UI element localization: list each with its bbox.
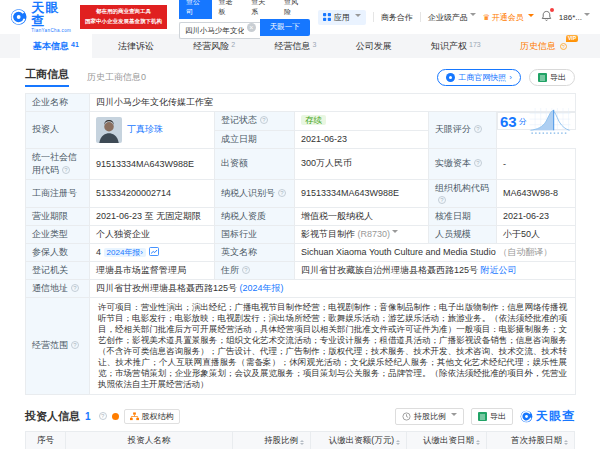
status-label-text: 登记状态	[221, 115, 257, 125]
address-label: 住所?	[215, 261, 295, 279]
table-row: 企业类型 个人独资企业 国标行业 影视节目制作 (R8730) 人员规模 小于5…	[26, 225, 576, 243]
org-chart-icon	[130, 412, 139, 421]
help-icon[interactable]: ?	[278, 189, 286, 197]
help-icon[interactable]: ?	[71, 341, 79, 349]
tab-basic-info[interactable]: 基本信息 41	[20, 34, 92, 58]
sort-icon[interactable]	[476, 440, 480, 445]
org-code-label: 组织机构代码?	[429, 179, 497, 207]
export-label: 导出	[550, 72, 566, 83]
help-icon[interactable]: ?	[474, 159, 482, 167]
col-ratio[interactable]: 持股比例	[233, 431, 311, 449]
notification-dot	[550, 8, 554, 12]
equity-structure-button[interactable]: 股权结构	[124, 409, 180, 424]
score-unit: 分	[519, 116, 527, 127]
sort-icon[interactable]	[300, 440, 304, 445]
account-phone[interactable]: 186*...	[559, 13, 590, 22]
address-label-text: 住所	[221, 265, 239, 275]
tab-company-development[interactable]: 公司发展	[343, 34, 405, 58]
industry-text: 影视节目制作	[301, 229, 355, 239]
credit-code-label-text: 统一社会信用代码	[32, 152, 77, 175]
chevron-down-icon[interactable]	[392, 230, 398, 236]
vip-question-icon: ?	[560, 43, 567, 50]
open-vip-link[interactable]: ♛ 开通会员	[483, 12, 534, 23]
score-label-text: 天眼评分	[435, 124, 471, 134]
watermark-text: 天眼查	[536, 408, 575, 425]
notification-bell-icon[interactable]	[541, 10, 552, 24]
search-tab-company[interactable]: 查公司	[179, 0, 212, 19]
tab-basic-info-label: 基本信息	[33, 40, 69, 53]
hot-icon	[112, 413, 119, 420]
annual-report-tag-label: 2024年报	[107, 248, 141, 257]
tab-count: 2	[231, 41, 235, 48]
help-icon[interactable]: ?	[99, 412, 107, 420]
help-icon[interactable]: ?	[71, 284, 79, 292]
annual-report-link[interactable]: (2024年报)	[240, 283, 284, 293]
tab-operation-risk-label: 经营风险	[193, 40, 229, 53]
sort-icon[interactable]	[564, 440, 568, 445]
tianyancha-logo[interactable]: 天眼查 TianYanCha.com	[10, 1, 72, 34]
search-tab-risk[interactable]: 查风险	[277, 0, 310, 19]
english-name-text: Sichuan Xiaoma Youth Culture and Media S…	[301, 247, 496, 257]
staff-size-label: 人员规模	[429, 225, 497, 243]
tab-business-info[interactable]: 经营信息 3	[262, 34, 330, 58]
investors-export-button[interactable]: 导出	[471, 408, 513, 425]
col-investor-name: 投资人名称	[66, 431, 233, 449]
tab-history-registration[interactable]: 历史工商信息0	[87, 71, 146, 84]
mail-address-label-text: 通信地址	[32, 283, 68, 293]
table-header-row: 序号 投资人名称 持股比例 认缴出资额(万元) 认缴出资日期 首次持股日期	[26, 431, 575, 449]
investors-count: 1	[85, 411, 91, 422]
annual-report-tag[interactable]: 2024年报›	[104, 248, 146, 257]
col-first-date[interactable]: 首次持股日期	[487, 431, 575, 449]
chevron-down-icon	[470, 13, 476, 19]
top-menu: 应用 商务合作 企业级产品 ♛ 开通会员 186*...	[318, 10, 590, 25]
tab-legal-label: 法律诉讼	[118, 40, 154, 53]
help-icon[interactable]: ?	[474, 125, 482, 133]
scope-label: 经营范围?	[26, 297, 90, 394]
tab-business-info-label: 经营信息	[275, 40, 311, 53]
official-snapshot-label: 工商官网快照	[458, 72, 506, 83]
search-tab-relation[interactable]: 查关系	[244, 0, 277, 19]
search-clear-icon[interactable]: ×	[247, 23, 256, 32]
nearby-companies-link[interactable]: 附近公司	[481, 265, 517, 275]
investors-export-label: 导出	[490, 411, 506, 422]
promo-banner-line1: 都在用的商业查询工具	[85, 7, 162, 17]
status-badge: 存续	[301, 115, 326, 125]
tianyancha-score[interactable]: 63 分	[497, 112, 576, 130]
investor-avatar[interactable]	[96, 117, 122, 143]
enterprise-products-link[interactable]: 企业级产品	[428, 12, 476, 23]
business-info-section-header: 工商信息 历史工商信息0 工商官网快照 › 导出	[0, 58, 600, 93]
table-row: 统一社会信用代码? 91513334MA643W988E 出资额 300万人民币…	[26, 148, 576, 179]
reg-no-value: 513334200002714	[90, 179, 215, 207]
holding-ratio-label: 持股比例	[414, 411, 446, 422]
holding-ratio-filter[interactable]: 持股比例	[395, 408, 464, 425]
cooperation-link[interactable]: 商务合作	[381, 12, 413, 23]
official-snapshot-button[interactable]: 工商官网快照 ›	[437, 69, 521, 86]
search-tab-boss[interactable]: 查老板	[212, 0, 245, 19]
export-button[interactable]: 导出	[529, 69, 575, 86]
help-icon[interactable]: ?	[260, 116, 268, 124]
help-icon[interactable]: ?	[438, 196, 446, 204]
sort-icon[interactable]	[396, 440, 400, 445]
top-bar: 天眼查 TianYanCha.com 都在用的商业查询工具 国家中小企业发展基金…	[0, 0, 600, 34]
help-icon[interactable]: ?	[242, 266, 250, 274]
investor-label: 投资人	[26, 112, 90, 149]
mail-address-value: 四川省甘孜州理塘县格聂西路125号 (2024年报)	[90, 279, 576, 297]
registry-label: 登记机关	[26, 261, 90, 279]
investor-name-link[interactable]: 丁真珍珠	[127, 123, 163, 136]
paid-capital-label-text: 实缴资本	[435, 158, 471, 168]
help-icon[interactable]: ?	[62, 166, 70, 174]
col-amount[interactable]: 认缴出资额(万元)	[311, 431, 407, 449]
company-name-value: 四川小马少年文化传媒工作室	[90, 94, 576, 112]
score-label: 天眼评分?	[429, 112, 497, 149]
tab-business-registration[interactable]: 工商信息	[25, 67, 69, 87]
tab-count: 173	[469, 41, 481, 48]
apps-menu[interactable]: 应用	[318, 10, 366, 25]
table-row: 营业期限 2021-06-23 至 无固定期限 纳税人资质 增值税一般纳税人 核…	[26, 207, 576, 225]
tab-intellectual-property[interactable]: 知识产权 173	[418, 34, 494, 58]
approval-date-value: 2021-06-23	[497, 207, 576, 225]
trend-icon[interactable]	[149, 247, 159, 256]
tab-legal[interactable]: 法律诉讼	[105, 34, 167, 58]
col-date[interactable]: 认缴出资日期	[407, 431, 487, 449]
tab-history-info[interactable]: 历史信息 ? VIP	[507, 34, 580, 58]
english-name-note: （自动翻译）	[498, 247, 552, 257]
